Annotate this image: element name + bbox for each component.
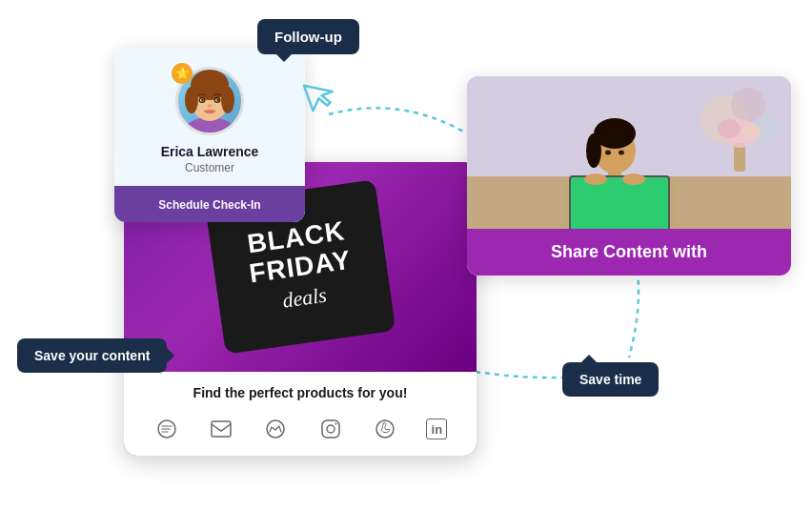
svg-point-17 bbox=[267, 420, 284, 438]
deals-text: deals bbox=[281, 282, 329, 313]
customer-role: Customer bbox=[130, 161, 290, 174]
svg-marker-0 bbox=[304, 77, 336, 111]
svg-point-20 bbox=[335, 423, 336, 425]
avatar-wrapper: ⭐ bbox=[175, 67, 244, 135]
svg-point-36 bbox=[605, 151, 611, 155]
save-time-bubble: Save time bbox=[562, 362, 659, 397]
whatsapp-icon[interactable] bbox=[372, 416, 398, 442]
star-badge: ⭐ bbox=[172, 63, 193, 84]
svg-rect-16 bbox=[212, 421, 231, 437]
black-friday-text: BLACK FRIDAY bbox=[243, 216, 353, 289]
svg-point-12 bbox=[216, 99, 218, 101]
followup-bubble: Follow-up bbox=[257, 19, 359, 54]
svg-point-37 bbox=[619, 151, 624, 155]
save-time-label: Save time bbox=[579, 372, 641, 387]
cursor-arrow-icon bbox=[299, 71, 346, 122]
svg-point-40 bbox=[584, 174, 607, 185]
promo-footer: Find the perfect products for you! bbox=[124, 372, 477, 456]
linkedin-icon[interactable]: in bbox=[426, 419, 447, 439]
share-card-footer: Share Content with bbox=[467, 229, 791, 276]
customer-card-footer[interactable]: Schedule Check-In bbox=[114, 186, 305, 222]
svg-point-19 bbox=[327, 425, 335, 433]
svg-point-30 bbox=[741, 124, 761, 139]
customer-name: Erica Lawrence bbox=[130, 144, 290, 159]
save-content-label: Save your content bbox=[34, 348, 150, 363]
email-icon[interactable] bbox=[208, 416, 234, 442]
main-scene: Follow-up bbox=[0, 0, 812, 531]
svg-point-35 bbox=[586, 133, 601, 168]
svg-point-29 bbox=[718, 119, 741, 138]
promo-tagline: Find the perfect products for you! bbox=[139, 385, 461, 400]
svg-rect-39 bbox=[570, 176, 669, 229]
messenger-icon[interactable] bbox=[262, 416, 289, 442]
svg-point-5 bbox=[185, 87, 198, 113]
instagram-icon[interactable] bbox=[317, 416, 344, 442]
woman-laptop-scene bbox=[467, 76, 791, 229]
share-content-card: Share Content with bbox=[467, 76, 791, 276]
save-content-bubble: Save your content bbox=[17, 338, 167, 373]
svg-point-41 bbox=[622, 174, 645, 185]
share-content-text: Share Content with bbox=[486, 242, 772, 262]
customer-card: ⭐ Erica Lawrence Customer Schedule Check… bbox=[114, 48, 305, 222]
svg-point-14 bbox=[205, 110, 214, 113]
schedule-checkin-label: Schedule Check-In bbox=[158, 198, 260, 212]
svg-point-13 bbox=[208, 105, 213, 108]
social-icons-row: in bbox=[139, 412, 461, 442]
svg-rect-18 bbox=[322, 420, 339, 438]
share-image bbox=[467, 76, 791, 229]
svg-point-11 bbox=[201, 99, 203, 101]
svg-point-6 bbox=[221, 87, 234, 113]
followup-label: Follow-up bbox=[274, 29, 342, 45]
customer-card-header: ⭐ Erica Lawrence Customer bbox=[114, 48, 305, 186]
chat-icon[interactable] bbox=[153, 416, 180, 442]
